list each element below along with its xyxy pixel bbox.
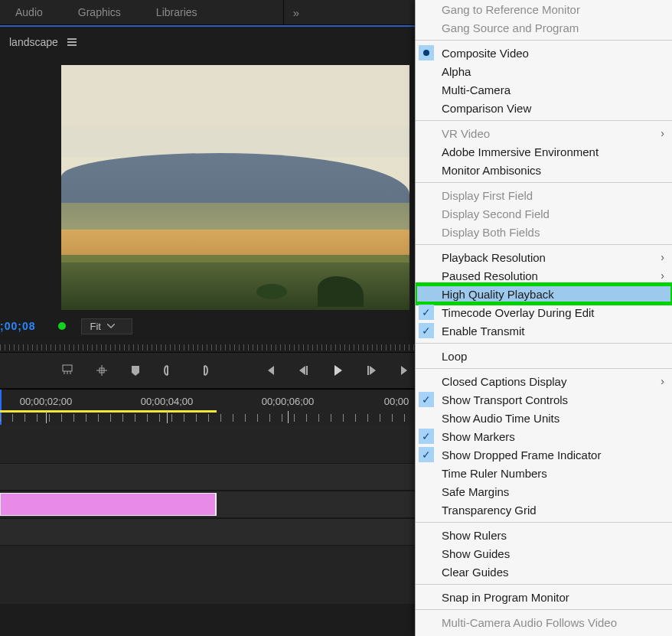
check-icon <box>419 392 434 407</box>
context-menu-item[interactable]: Transparency Grid <box>416 501 672 519</box>
go-to-in-icon[interactable] <box>263 364 277 377</box>
context-menu-item[interactable]: Show Markers <box>416 427 672 445</box>
context-menu-item-label: Display Second Field <box>442 207 550 220</box>
context-menu-item[interactable]: Playback Resolution› <box>416 248 672 266</box>
check-icon <box>419 323 434 338</box>
play-icon[interactable] <box>331 364 344 377</box>
menu-overflow-icon[interactable]: » <box>283 0 308 24</box>
context-menu-item: Gang to Reference Monitor <box>416 0 672 18</box>
timeline-tick-label: 00;00;02;00 <box>20 396 73 407</box>
context-menu-item-label: Transparency Grid <box>442 504 537 517</box>
context-menu-item-label: VR Video <box>442 127 490 140</box>
check-icon <box>419 429 434 444</box>
check-icon <box>419 447 434 462</box>
context-menu-item[interactable]: Show Audio Time Units <box>416 409 672 427</box>
context-menu-item: Multi-Camera Audio Follows Video <box>416 613 672 631</box>
radio-icon <box>419 45 434 60</box>
context-menu-item-label: Timecode Overlay During Edit <box>442 306 595 319</box>
context-menu-item[interactable]: Multi-Camera <box>416 80 672 99</box>
context-menu-item[interactable]: Clear Guides <box>416 563 672 581</box>
menu-audio[interactable]: Audio <box>15 6 43 18</box>
context-menu-item-label: Show Guides <box>442 547 510 560</box>
context-menu-item-label: Monitor Ambisonics <box>442 164 541 177</box>
status-dot-icon <box>58 322 66 330</box>
menu-separator <box>416 244 672 245</box>
panel-menu-icon[interactable] <box>67 38 77 46</box>
menu-separator <box>416 182 672 183</box>
context-menu-item[interactable]: Alpha <box>416 62 672 80</box>
chevron-down-icon <box>107 324 115 328</box>
context-menu-item-label: Gang to Reference Monitor <box>442 3 580 16</box>
context-menu-item[interactable]: Paused Resolution› <box>416 266 672 285</box>
timeline-tick-label: 00;00;04;00 <box>141 396 194 407</box>
context-menu-item-label: Show Markers <box>442 430 515 443</box>
context-menu-item[interactable]: Safe Margins <box>416 482 672 501</box>
context-menu-item[interactable]: Comparison View <box>416 99 672 117</box>
context-menu-item-label: Show Dropped Frame Indicator <box>442 448 601 462</box>
work-area-bar[interactable] <box>0 410 217 413</box>
context-menu-item[interactable]: Closed Captions Display› <box>416 372 672 390</box>
context-menu-item-label: Multi-Camera <box>442 83 511 96</box>
go-to-out-icon[interactable] <box>398 364 412 377</box>
menu-graphics[interactable]: Graphics <box>78 6 121 18</box>
context-menu-item-label: Multi-Camera Audio Follows Video <box>442 616 617 629</box>
zoom-select-label: Fit <box>90 321 100 332</box>
menu-separator <box>416 522 672 523</box>
context-menu-item[interactable]: Show Transport Controls <box>416 390 672 409</box>
context-menu-item[interactable]: Show Dropped Frame Indicator <box>416 445 672 464</box>
add-marker-icon[interactable] <box>61 364 75 377</box>
program-monitor-context-menu[interactable]: Gang to Reference MonitorGang Source and… <box>415 0 672 636</box>
mark-out-icon[interactable] <box>196 364 210 377</box>
context-menu-item[interactable]: Show Guides <box>416 544 672 563</box>
context-menu-item-label: Display Both Fields <box>442 226 540 239</box>
svg-rect-0 <box>63 365 72 371</box>
chevron-right-icon: › <box>661 269 664 282</box>
context-menu-item-label: Adobe Immersive Environment <box>442 145 599 158</box>
context-menu-item-label: Safe Margins <box>442 485 509 498</box>
context-menu-item[interactable]: Timecode Overlay During Edit <box>416 303 672 321</box>
svg-rect-3 <box>367 366 369 375</box>
context-menu-item[interactable]: Show Rulers <box>416 526 672 544</box>
video-clip[interactable] <box>0 493 217 516</box>
context-menu-item-label: High Quality Playback <box>442 288 554 301</box>
menu-separator <box>416 584 672 585</box>
context-menu-item: Gang Source and Program <box>416 18 672 37</box>
context-menu-item-label: Show Rulers <box>442 529 507 542</box>
context-menu-item-label: Paused Resolution <box>442 269 538 282</box>
current-timecode[interactable]: ;00;08 <box>0 320 35 332</box>
context-menu-item-label: Playback Resolution <box>442 251 546 264</box>
svg-rect-2 <box>306 366 308 375</box>
timeline-tick-label: 00;00 <box>384 396 409 407</box>
mark-in-icon[interactable] <box>162 364 176 377</box>
check-icon <box>419 305 434 320</box>
context-menu-item-label: Loop <box>442 350 467 363</box>
menu-libraries[interactable]: Libraries <box>156 6 197 18</box>
context-menu-item-label: Composite Video <box>442 47 529 60</box>
step-back-icon[interactable] <box>297 364 311 377</box>
zoom-select[interactable]: Fit <box>81 318 132 334</box>
menu-separator <box>416 368 672 369</box>
menu-separator <box>416 343 672 344</box>
context-menu-item: Display Both Fields <box>416 223 672 241</box>
context-menu-item[interactable]: Adobe Immersive Environment <box>416 142 672 161</box>
context-menu-item-label: Enable Transmit <box>442 325 524 338</box>
context-menu-item[interactable]: Time Ruler Numbers <box>416 464 672 482</box>
chevron-right-icon: › <box>661 251 664 263</box>
context-menu-item: Multi-Camera Selection Top Down <box>416 631 672 636</box>
context-menu-item: Display First Field <box>416 186 672 204</box>
context-menu-item[interactable]: Composite Video <box>416 44 672 62</box>
timeline-tick-label: 00;00;06;00 <box>262 396 315 407</box>
step-forward-icon[interactable] <box>364 364 378 377</box>
context-menu-item-label: Closed Captions Display <box>442 375 566 388</box>
context-menu-item[interactable]: Loop <box>416 347 672 365</box>
marker-icon[interactable] <box>129 364 142 377</box>
video-preview[interactable] <box>61 65 409 310</box>
context-menu-item[interactable]: Enable Transmit <box>416 321 672 340</box>
context-menu-item-label: Show Audio Time Units <box>442 412 559 425</box>
context-menu-item[interactable]: High Quality Playback <box>416 285 672 303</box>
chevron-right-icon: › <box>661 375 664 387</box>
snap-icon[interactable] <box>95 364 109 377</box>
context-menu-item[interactable]: Monitor Ambisonics <box>416 161 672 179</box>
context-menu-item-label: Alpha <box>442 65 471 78</box>
context-menu-item[interactable]: Snap in Program Monitor <box>416 588 672 606</box>
